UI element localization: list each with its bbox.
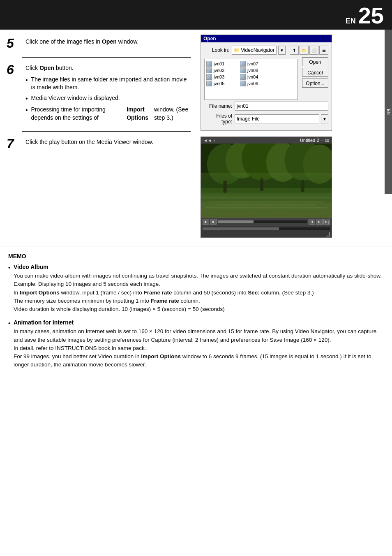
file-item-jvn08[interactable]: jvn08 (240, 67, 273, 73)
filetype-dropdown-btn[interactable]: ▼ (321, 114, 328, 123)
step-5-6-divider (22, 57, 191, 58)
files-area-row: jvn01 jvn07 jvn02 (204, 57, 328, 102)
file-icon-jvn01 (206, 61, 212, 67)
toolbar-btn-3[interactable]: ⬜ (309, 46, 318, 55)
mv-title: Untitled-2 -- co (300, 138, 329, 143)
dialog-toolbar: ⬆ 📁 ⬜ ☰ (290, 46, 328, 55)
memo-item-2-text: In many cases, animation on Internet web… (14, 327, 384, 369)
right-sidebar-tab: EN (385, 30, 392, 194)
memo-item-1-text: You can make video-album with images not… (14, 272, 384, 313)
look-in-label: Look in: (204, 47, 229, 53)
stop-button[interactable]: ■ (210, 219, 217, 225)
step-5-content: Click one of the image files in Open win… (25, 36, 191, 46)
step-6-content: Click Open button. The image files in sa… (25, 63, 191, 124)
file-icon-jvn06 (240, 81, 246, 86)
file-list-area[interactable]: jvn01 jvn07 jvn02 (204, 59, 298, 100)
filetype-row: Files of type: Image File ▼ (204, 113, 328, 125)
step-6-bullet-3: Processing time for importing depends on… (25, 106, 191, 122)
mv-bottom-bar (201, 232, 332, 237)
end-btn[interactable]: ►| (323, 219, 330, 225)
page-number: 25 (358, 4, 384, 27)
file-icon-jvn07 (240, 61, 246, 67)
memo-title: MEMO (8, 253, 384, 259)
mv-toolbar-icon-1[interactable]: ◄◄ (203, 138, 212, 143)
mv-titlebar: ◄◄ ♪ Untitled-2 -- co (201, 137, 332, 144)
step-6-block: 6 Click Open button. The image files in … (7, 63, 191, 124)
toolbar-btn-2[interactable]: 📁 (300, 46, 309, 55)
file-item-jvn04[interactable]: jvn04 (240, 74, 273, 80)
cancel-button[interactable]: Cancel (302, 68, 328, 77)
mv-scene-svg (201, 144, 332, 218)
open-dialog: Open Look in: 📁 VideoNavigator ▼ ⬆ (201, 35, 332, 131)
step-6-bullets: The image files in same folder are impor… (25, 76, 191, 122)
step-fwd-btn[interactable]: ► (316, 219, 323, 225)
step-6-number: 6 (7, 63, 22, 77)
file-icon-jvn08 (240, 67, 246, 73)
en-label: EN (346, 17, 356, 25)
step-5-number: 5 (7, 36, 22, 51)
step-7-text: Click the play button on the Media Viewe… (25, 138, 191, 146)
svg-rect-15 (260, 178, 263, 191)
file-item-jvn01[interactable]: jvn01 (206, 61, 239, 67)
memo-bullet-dot-1: • (8, 264, 10, 271)
mv-progress-fill (218, 220, 254, 223)
svg-rect-11 (205, 207, 327, 208)
step-7-number: 7 (7, 137, 22, 151)
svg-rect-8 (201, 197, 332, 218)
open-button[interactable]: Open (302, 57, 328, 66)
mv-image-content (201, 144, 332, 218)
file-icon-jvn04 (240, 74, 246, 80)
step-6-bullet-2: Media Viewer window is displayed. (25, 94, 191, 103)
content-wrapper: 5 Click one of the image files in Open w… (0, 30, 392, 383)
mv-resize-corner[interactable] (326, 232, 330, 236)
svg-rect-9 (209, 201, 323, 203)
memo-item-1: • Video Album You can make video-album w… (8, 264, 384, 313)
mv-progress2-fill (203, 227, 279, 230)
step-6-7-divider (22, 131, 191, 132)
step-back-btn[interactable]: ◄ (309, 219, 315, 225)
svg-rect-13 (201, 188, 332, 193)
toolbar-btn-1[interactable]: ⬆ (290, 46, 299, 55)
dialog-titlebar: Open (201, 35, 332, 42)
mv-progress-bar[interactable] (218, 220, 307, 223)
option-button[interactable]: Option... (302, 79, 328, 88)
file-item-jvn03[interactable]: jvn03 (206, 74, 239, 80)
toolbar-btn-4[interactable]: ☰ (319, 46, 328, 55)
memo-item-2-subtitle: Animation for Internet (14, 319, 384, 326)
screenshots-section: Open Look in: 📁 VideoNavigator ▼ ⬆ (197, 30, 392, 243)
file-item-jvn05[interactable]: jvn05 (206, 81, 239, 86)
header-bar: EN 25 (0, 0, 392, 30)
memo-section: MEMO • Video Album You can make video-al… (0, 246, 392, 383)
filetype-input-group: Image File ▼ (235, 114, 328, 123)
svg-rect-10 (217, 204, 316, 206)
step-5-block: 5 Click one of the image files in Open w… (7, 36, 191, 51)
mv-progress-bar-2[interactable] (203, 227, 330, 230)
file-item-jvn02[interactable]: jvn02 (206, 67, 239, 73)
step-7-content: Click the play button on the Media Viewe… (25, 137, 191, 146)
filename-input[interactable]: jvn01 (235, 102, 328, 111)
filename-row: File name: jvn01 (204, 102, 328, 111)
file-item-jvn07[interactable]: jvn07 (240, 61, 273, 67)
look-in-dropdown-btn[interactable]: ▼ (278, 46, 286, 55)
memo-item-2: • Animation for Internet In many cases, … (8, 319, 384, 369)
dialog-title: Open (203, 36, 216, 42)
mv-progress-row-2 (201, 226, 332, 232)
mv-toolbar-icon-2[interactable]: ♪ (213, 138, 215, 143)
look-in-input-group: 📁 VideoNavigator ▼ (232, 46, 286, 55)
dialog-action-buttons: Open Cancel Option... (302, 57, 328, 102)
top-section: 5 Click one of the image files in Open w… (0, 30, 392, 243)
svg-rect-12 (201, 191, 332, 199)
play-button[interactable]: ▶ (203, 219, 209, 225)
look-in-value[interactable]: 📁 VideoNavigator (232, 46, 277, 55)
mv-controls: ▶ ■ ◄ ► ►| (201, 218, 332, 226)
mv-image-area (201, 144, 332, 218)
filetype-value[interactable]: Image File (235, 114, 319, 123)
file-icon-jvn02 (206, 67, 212, 73)
svg-rect-14 (224, 181, 227, 193)
memo-bullet-dot-2: • (8, 320, 10, 327)
memo-item-2-content: Animation for Internet In many cases, an… (14, 319, 384, 369)
media-viewer: ◄◄ ♪ Untitled-2 -- co (201, 137, 332, 238)
file-item-jvn06[interactable]: jvn06 (240, 81, 273, 86)
file-icon-jvn03 (206, 74, 212, 80)
look-in-row: Look in: 📁 VideoNavigator ▼ ⬆ 📁 ⬜ ☰ (204, 46, 328, 55)
